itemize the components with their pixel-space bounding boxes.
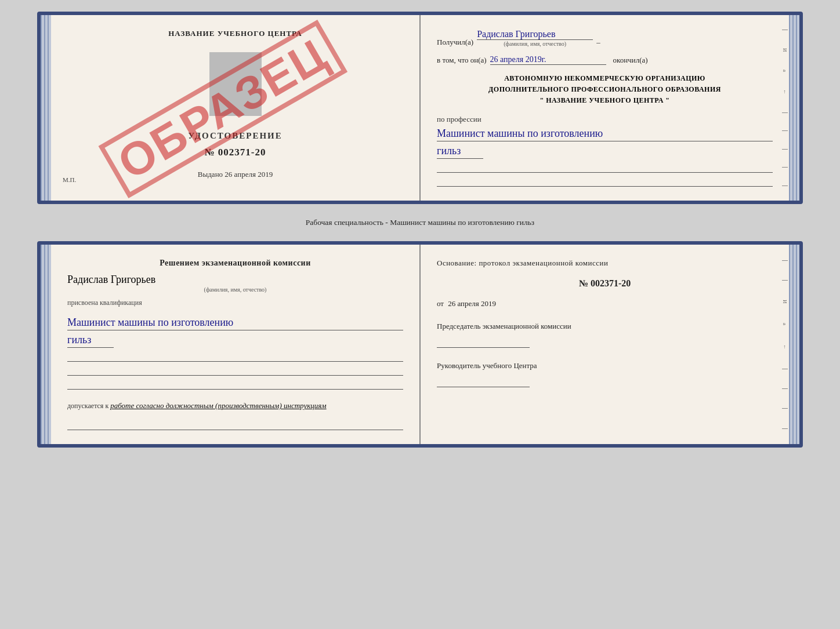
bottom-person-group: Радислав Григорьев (фамилия, имя, отчест… bbox=[67, 274, 403, 293]
top-document: НАЗВАНИЕ УЧЕБНОГО ЦЕНТРА УДОСТОВЕРЕНИЕ №… bbox=[37, 12, 803, 204]
qualification-line1: Машинист машины по изготовлению bbox=[67, 315, 403, 330]
bottom-person-name: Радислав Григорьев bbox=[67, 274, 403, 286]
org-block: АВТОНОМНУЮ НЕКОММЕРЧЕСКУЮ ОРГАНИЗАЦИЮ ДО… bbox=[437, 73, 773, 107]
underline2 bbox=[437, 174, 773, 187]
qual-underline1 bbox=[67, 349, 403, 362]
profession-line1: Машинист машины по изготовлению bbox=[437, 126, 773, 141]
director-block: Руководитель учебного Центра bbox=[437, 361, 773, 387]
qual-underline3 bbox=[67, 377, 403, 390]
qualification-line2: гильз bbox=[67, 333, 114, 348]
director-label: Руководитель учебного Центра bbox=[437, 361, 773, 371]
specialty-label-row: Рабочая специальность - Машинист машины … bbox=[306, 214, 534, 231]
chairman-block: Председатель экзаменационной комиссии bbox=[437, 321, 773, 348]
assigned-label: присвоена квалификация bbox=[67, 299, 403, 307]
side-ticks-bottom: И а ← bbox=[780, 245, 789, 444]
spine-right bbox=[789, 15, 799, 201]
допуск-label: допускается к bbox=[67, 402, 108, 410]
spine-bottom-left bbox=[41, 245, 51, 444]
profession-block: по профессии Машинист машины по изготовл… bbox=[437, 115, 773, 187]
chairman-label: Председатель экзаменационной комиссии bbox=[437, 321, 773, 332]
date-prefix: от bbox=[437, 299, 444, 308]
finished-label: окончил(а) bbox=[613, 56, 648, 65]
bottom-name-sub: (фамилия, имя, отчество) bbox=[67, 286, 403, 293]
received-line: Получил(а) Радислав Григорьев (фамилия, … bbox=[437, 29, 773, 47]
photo-placeholder bbox=[209, 52, 262, 116]
school-title-top: НАЗВАНИЕ УЧЕБНОГО ЦЕНТРА bbox=[67, 29, 403, 38]
issued-label: Выдано bbox=[198, 170, 223, 179]
in-that-label: в том, что он(а) bbox=[437, 56, 487, 65]
specialty-text: Рабочая специальность - Машинист машины … bbox=[306, 218, 534, 227]
spine-bottom-right bbox=[789, 245, 799, 444]
issued-date: 26 апреля 2019 bbox=[225, 170, 273, 179]
page-container: НАЗВАНИЕ УЧЕБНОГО ЦЕНТРА УДОСТОВЕРЕНИЕ №… bbox=[12, 12, 828, 448]
top-doc-left: НАЗВАНИЕ УЧЕБНОГО ЦЕНТРА УДОСТОВЕРЕНИЕ №… bbox=[51, 15, 421, 201]
date-line: от 26 апреля 2019 bbox=[437, 299, 773, 308]
received-label: Получил(а) bbox=[437, 38, 473, 47]
qual-underline2 bbox=[67, 363, 403, 376]
bottom-doc-left: Решением экзаменационной комиссии Радисл… bbox=[51, 245, 421, 444]
basis-label: Основание: протокол экзаменационной коми… bbox=[437, 259, 773, 268]
completion-date: 26 апреля 2019г. bbox=[490, 55, 606, 65]
chairman-sig-line bbox=[437, 334, 530, 348]
side-ticks-top: И а ← bbox=[780, 15, 789, 201]
recipient-name: Радислав Григорьев bbox=[477, 29, 593, 40]
profession-line2: гильз bbox=[437, 144, 483, 159]
mp-label: М.П. bbox=[63, 176, 76, 183]
допуск-text: работе согласно должностным (производств… bbox=[110, 401, 326, 410]
spine-left bbox=[41, 15, 51, 201]
org-quote: " НАЗВАНИЕ УЧЕБНОГО ЦЕНТРА " bbox=[437, 95, 773, 106]
underline1 bbox=[437, 160, 773, 173]
top-doc-right: Получил(а) Радислав Григорьев (фамилия, … bbox=[421, 15, 789, 201]
issued-line: Выдано 26 апреля 2019 bbox=[67, 170, 403, 179]
decision-text: Решением экзаменационной комиссии bbox=[67, 259, 403, 268]
допуск-underline bbox=[67, 417, 403, 430]
profession-label: по профессии bbox=[437, 115, 773, 124]
director-sig-line bbox=[437, 373, 530, 387]
cert-number: № 002371-20 bbox=[67, 147, 403, 158]
name-sub-top: (фамилия, имя, отчество) bbox=[477, 41, 593, 47]
protocol-number: № 002371-20 bbox=[437, 278, 773, 289]
bottom-document: Решением экзаменационной комиссии Радисл… bbox=[37, 241, 803, 448]
qualification-block: Машинист машины по изготовлению гильз bbox=[67, 313, 403, 390]
org-line1: АВТОНОМНУЮ НЕКОММЕРЧЕСКУЮ ОРГАНИЗАЦИЮ bbox=[437, 73, 773, 84]
protocol-date: 26 апреля 2019 bbox=[448, 299, 496, 308]
допуск-block: допускается к работе согласно должностны… bbox=[67, 401, 403, 410]
recipient-group: Радислав Григорьев (фамилия, имя, отчест… bbox=[477, 29, 593, 47]
bottom-doc-right: Основание: протокол экзаменационной коми… bbox=[421, 245, 789, 444]
cert-label: УДОСТОВЕРЕНИЕ bbox=[67, 131, 403, 141]
in-that-line: в том, что он(а) 26 апреля 2019г. окончи… bbox=[437, 55, 773, 65]
org-line2: ДОПОЛНИТЕЛЬНОГО ПРОФЕССИОНАЛЬНОГО ОБРАЗО… bbox=[437, 84, 773, 95]
